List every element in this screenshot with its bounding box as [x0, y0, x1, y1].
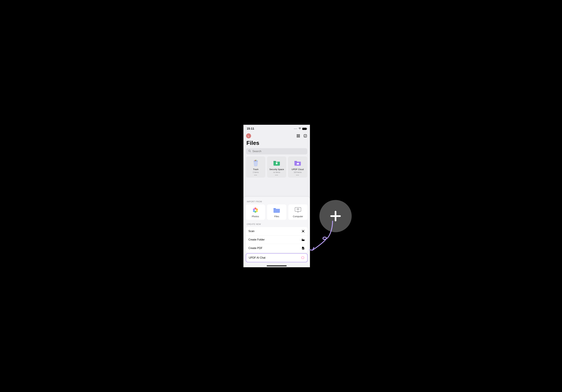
import-section-label: IMPORT FROM — [246, 200, 308, 204]
svg-rect-20 — [302, 239, 304, 240]
avatar[interactable]: L — [246, 133, 251, 138]
folder-more-button[interactable]: ••• — [296, 174, 299, 176]
folder-title: Security Space — [269, 168, 284, 171]
create-list: Scan Create Folder Create PDF — [246, 227, 308, 252]
import-label: Files — [274, 215, 279, 218]
svg-point-18 — [298, 210, 298, 211]
import-computer-button[interactable]: Computer — [288, 204, 308, 220]
ai-chat-button[interactable]: UPDF AI Chat — [246, 253, 308, 262]
folder-title: UPDF Cloud — [292, 168, 304, 171]
search-input[interactable] — [252, 150, 305, 153]
folder-subtitle: 2 items — [253, 171, 258, 173]
folders-row: Trash 2 items ••• Security Space no item… — [243, 157, 310, 180]
page-title: Files — [243, 139, 310, 147]
svg-rect-9 — [276, 163, 278, 164]
grid-view-button[interactable] — [296, 134, 300, 138]
trash-icon — [252, 159, 259, 166]
row-label: UPDF AI Chat — [249, 256, 265, 259]
create-section-label: CREATE NEW — [246, 222, 308, 227]
action-sheet: IMPORT FROM Photos — [243, 197, 310, 267]
folder-icon — [301, 238, 305, 242]
svg-point-8 — [256, 160, 257, 161]
add-button[interactable] — [319, 200, 352, 233]
trash-folder-card[interactable]: Trash 2 items ••• — [246, 157, 265, 178]
scan-button[interactable]: Scan — [246, 227, 308, 235]
plus-icon — [329, 210, 342, 223]
svg-rect-22 — [303, 249, 304, 249]
status-bar: 15:11 — [243, 125, 310, 132]
row-label: Create PDF — [248, 247, 262, 250]
svg-rect-1 — [299, 134, 300, 135]
cloud-folder-icon — [294, 159, 302, 166]
svg-point-7 — [255, 160, 256, 161]
row-label: Scan — [248, 230, 254, 233]
svg-rect-2 — [297, 136, 298, 137]
row-label: Create Folder — [248, 238, 265, 241]
folder-subtitle: 103 items — [294, 171, 302, 173]
wifi-icon — [298, 127, 301, 130]
security-space-card[interactable]: Security Space no items ••• — [267, 157, 286, 178]
import-label: Photos — [252, 215, 259, 218]
import-row: Photos Files — [246, 204, 308, 220]
home-indicator[interactable] — [267, 265, 287, 266]
svg-rect-4 — [304, 134, 307, 137]
import-photos-button[interactable]: Photos — [246, 204, 265, 220]
photos-icon — [252, 207, 259, 213]
pdf-file-icon — [301, 246, 305, 250]
header: L — [243, 132, 310, 139]
status-indicators — [294, 127, 307, 130]
select-button[interactable] — [303, 134, 307, 138]
svg-rect-3 — [299, 136, 300, 137]
folder-title: Trash — [253, 168, 258, 171]
svg-rect-19 — [303, 231, 304, 232]
battery-icon — [302, 128, 307, 130]
svg-point-15 — [253, 208, 255, 211]
svg-rect-21 — [303, 248, 304, 249]
search-bar[interactable] — [246, 148, 307, 155]
folder-more-button[interactable]: ••• — [275, 174, 278, 176]
phone-screen: 15:11 L — [243, 125, 310, 267]
computer-icon — [294, 207, 302, 213]
status-time: 15:11 — [247, 127, 254, 130]
cellular-dots-icon — [294, 129, 297, 129]
search-icon — [248, 149, 251, 153]
folder-more-button[interactable]: ••• — [254, 174, 258, 176]
create-folder-button[interactable]: Create Folder — [246, 235, 308, 244]
scan-icon — [301, 229, 305, 233]
updf-cloud-card[interactable]: UPDF Cloud 103 items ••• — [288, 157, 307, 178]
import-files-button[interactable]: Files — [267, 204, 286, 220]
files-folder-icon — [273, 207, 280, 213]
svg-point-16 — [255, 210, 256, 211]
create-pdf-button[interactable]: Create PDF — [246, 244, 308, 252]
ai-chat-icon — [301, 256, 304, 260]
svg-rect-0 — [297, 134, 298, 135]
folder-subtitle: no items — [273, 171, 280, 173]
import-label: Computer — [293, 215, 303, 218]
lock-folder-icon — [273, 159, 281, 166]
